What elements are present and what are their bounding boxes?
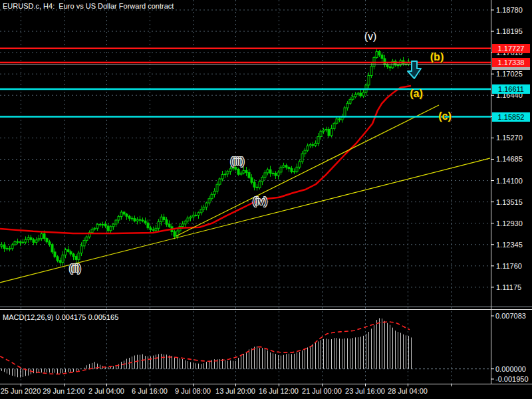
candle-body [195,215,197,215]
moving-average-line[interactable] [0,86,411,233]
candle-body [163,217,165,219]
candle-body [232,168,234,169]
candle-body [184,221,186,224]
candle-body [43,234,45,239]
candle-body [338,119,340,120]
candle-body [96,224,98,228]
candle-body [91,229,93,233]
candle-body [301,154,303,162]
candle-body [275,173,277,176]
price-level-box[interactable]: 1.17338 [492,58,530,67]
wave-label-iii[interactable]: (iii) [230,156,244,168]
candle-body [299,162,301,167]
candle-body [229,169,231,172]
macd-signal-line [0,322,410,374]
wave-label-v[interactable]: (v) [364,31,377,43]
candle-body [198,213,200,215]
candle-body [245,170,247,172]
candle-body [259,182,261,188]
candle-body [280,167,282,172]
price-level-box[interactable]: 1.17727 [492,44,530,53]
price-level-box[interactable]: 1.15852 [492,112,530,122]
candle-body [291,169,293,172]
candle-body [62,255,64,262]
candle-body [213,191,215,194]
candle-body [357,93,359,94]
candle-body [227,172,229,174]
price-tick-label: 1.15270 [496,134,523,142]
candle-body [134,219,136,221]
macd-name: MACD(12,26,9) [3,313,53,321]
candle-body [19,241,21,243]
trendline-2[interactable] [176,105,439,236]
candle-body [59,261,61,263]
candle-body [99,224,101,225]
candle-body [333,123,335,128]
candle-body [352,97,354,100]
candle-body [304,150,306,154]
candle-body [293,172,295,172]
price-tick-label: 1.11175 [496,283,521,291]
candle-body [277,172,279,176]
candle-body [211,194,213,198]
macd-tick-label: 0.007083 [495,313,526,320]
candle-body [54,252,56,257]
wave-label-a[interactable]: (a) [410,88,423,100]
candle-body [397,65,399,66]
candle-body [336,119,338,124]
wave-label-iv[interactable]: (iv) [253,196,267,207]
candle-body [144,221,146,223]
candle-body [86,237,88,240]
candle-body [283,166,285,168]
candle-body [14,241,16,245]
date-label: 29 Jun 12:00 [43,388,85,395]
candle-body [46,239,48,242]
wave-label-c[interactable]: (c) [438,110,452,122]
candle-body [248,172,250,178]
candle-body [203,207,205,209]
price-level-box[interactable]: 1.16611 [492,84,530,94]
candle-body [38,239,40,240]
macd-value: 0.004175 [55,313,86,321]
candle-body [240,173,242,174]
price-tick-label: 1.13515 [496,198,523,205]
candle-body [346,103,348,108]
candle-body [1,245,3,246]
candle-body [33,239,35,242]
candle-body [120,212,122,217]
candle-body [309,144,311,146]
candle-body [323,130,325,132]
candle-body [155,228,157,230]
candle-body [315,143,317,145]
candle-body [78,253,80,259]
candle-body [192,215,194,217]
candle-body [118,217,120,220]
candle-body [264,173,266,178]
price-tick-label: 1.17025 [496,70,523,78]
price-tick-label: 1.12930 [496,219,523,227]
candle-body [354,94,356,96]
date-label: 23 Jul 16:00 [345,388,385,395]
candle-body [296,167,298,171]
wave-label-ii[interactable]: (ii) [69,263,81,275]
price-tick-label: 1.14100 [496,177,523,184]
trading-chart-window[interactable]: EURUSD.c, H4: Euro vs US Dollar Forward … [0,0,532,399]
candle-body [205,203,207,207]
candle-body [344,108,346,116]
candle-body [267,170,269,173]
candle-body [80,246,82,253]
candle-body [41,234,43,239]
date-label: 21 Jul 00:00 [302,388,342,395]
wave-label-b[interactable]: (b) [430,51,444,63]
candle-body [368,76,370,85]
candle-body [139,219,141,220]
date-label: 2 Jul 04:00 [88,388,124,395]
candle-body [128,216,130,218]
candle-body [317,136,319,143]
candle-body [158,221,160,228]
candle-body [102,224,104,225]
candle-body [112,224,114,227]
date-label: 25 Jun 2020 [1,388,41,395]
candle-body [261,178,263,182]
candle-body [307,146,309,150]
